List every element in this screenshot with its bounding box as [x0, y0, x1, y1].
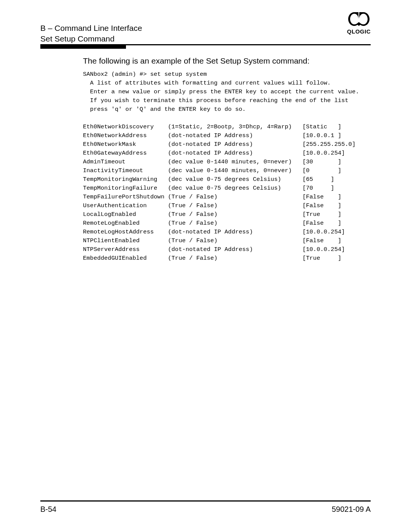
page-number: B-54 — [40, 505, 56, 514]
document-number: 59021-09 A — [332, 505, 371, 514]
brand-name: QLOGIC — [347, 28, 371, 35]
header-line-2: Set Setup Command — [40, 34, 371, 44]
section-heading: B – Command Line Interface Set Setup Com… — [40, 23, 371, 45]
intro-text: The following is an example of the Set S… — [83, 56, 371, 66]
footer-rule — [40, 500, 371, 502]
qlogic-mark-icon — [348, 12, 370, 27]
cli-output: SANbox2 (admin) #> set setup system A li… — [83, 70, 371, 263]
header-line-1: B – Command Line Interface — [40, 23, 371, 34]
header-rule — [40, 44, 371, 45]
brand-logo: QLOGIC — [347, 12, 371, 35]
